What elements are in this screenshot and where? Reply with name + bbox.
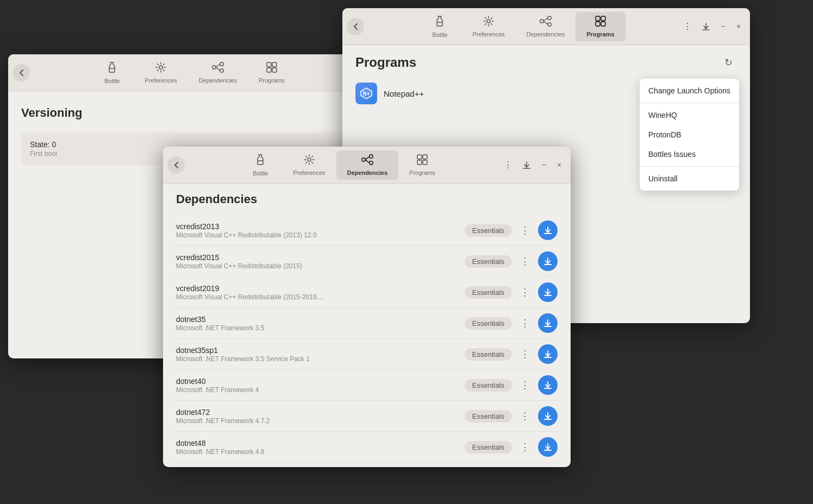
dep-desc-2: Microsoft Visual C++ Redistributable (20… (176, 293, 459, 301)
context-menu-item-protondb[interactable]: ProtonDB (640, 125, 739, 144)
dep-menu-button-4[interactable]: ⋮ (517, 346, 533, 362)
programs-icon-p (595, 16, 606, 29)
context-menu-item-uninstall[interactable]: Uninstall (640, 169, 739, 188)
tab-prefs-label-d: Preferences (293, 169, 325, 176)
dep-download-button-2[interactable] (538, 282, 558, 302)
dep-item: vcredist2019 Microsoft Visual C++ Redist… (176, 277, 558, 308)
dep-item: dotnet40 Microsoft .NET Framework 4 Esse… (176, 370, 558, 401)
dep-download-button-4[interactable] (538, 344, 558, 364)
tab-programs-label-p: Programs (586, 31, 614, 37)
dep-info-3: dotnet35 Microsoft .NET Framework 3.5 (176, 315, 459, 332)
dep-name-6: dotnet472 (176, 408, 459, 417)
programs-close-button[interactable]: × (731, 20, 746, 34)
context-menu-item-change-launch[interactable]: Change Launch Options (640, 81, 739, 100)
dep-download-button-1[interactable] (538, 251, 558, 271)
dep-desc-4: Microsoft .NET Framework 3.5 Service Pac… (176, 355, 459, 363)
dep-name-0: vcredist2013 (176, 222, 459, 231)
svg-rect-9 (267, 68, 271, 72)
programs-minimize-button[interactable]: − (716, 20, 730, 34)
tab-preferences-deps[interactable]: Preferences (282, 150, 336, 180)
tab-programs-deps[interactable]: Programs (398, 150, 446, 180)
dependencies-tabs: Bottle Preferences (187, 150, 498, 180)
dep-name-1: vcredist2015 (176, 253, 459, 262)
deps-close-button[interactable]: × (552, 158, 566, 172)
preferences-icon (155, 62, 166, 75)
window-dependencies: Bottle Preferences (163, 147, 571, 467)
context-menu-item-winehq[interactable]: WineHQ (640, 105, 739, 125)
svg-line-30 (365, 156, 370, 160)
svg-rect-27 (362, 158, 365, 161)
dep-badge-5: Essentials (465, 379, 512, 392)
programs-window-controls: − × (716, 20, 746, 34)
versioning-tabs: Bottle Preferences (32, 58, 354, 87)
svg-rect-13 (540, 20, 543, 23)
tab-prefs-label-p: Preferences (472, 31, 504, 37)
programs-more-button[interactable]: ⋮ (679, 18, 696, 35)
tab-preferences-versioning[interactable]: Preferences (134, 58, 187, 87)
svg-rect-3 (220, 62, 223, 66)
dep-download-button-0[interactable] (538, 220, 558, 240)
deps-content: Dependencies vcredist2013 Microsoft Visu… (163, 184, 571, 467)
notepadpp-icon: N+ (355, 83, 377, 104)
dep-desc-5: Microsoft .NET Framework 4 (176, 386, 459, 394)
dep-download-button-5[interactable] (538, 375, 558, 395)
tab-programs-versioning[interactable]: Programs (248, 58, 296, 87)
tab-preferences-programs[interactable]: Preferences (461, 12, 515, 41)
dependencies-toolbar: Bottle Preferences (163, 147, 571, 184)
dep-desc-3: Microsoft .NET Framework 3.5 (176, 324, 459, 332)
dep-item: dotnet35sp1 Microsoft .NET Framework 3.5… (176, 339, 558, 370)
dep-info-2: vcredist2019 Microsoft Visual C++ Redist… (176, 284, 459, 301)
dep-name-4: dotnet35sp1 (176, 346, 459, 355)
deps-minimize-button[interactable]: − (537, 158, 551, 172)
dep-download-button-7[interactable] (538, 437, 558, 457)
dep-badge-6: Essentials (465, 410, 512, 423)
tab-dependencies-active[interactable]: Dependencies (336, 150, 399, 180)
dep-menu-button-7[interactable]: ⋮ (517, 439, 533, 455)
context-menu-divider-2 (640, 166, 739, 167)
tab-dependencies-label: Dependencies (199, 77, 237, 84)
dep-info-7: dotnet48 Microsoft .NET Framework 4.8 (176, 439, 459, 456)
tab-dependencies-versioning[interactable]: Dependencies (188, 58, 248, 87)
deps-window-controls: − × (537, 158, 566, 172)
refresh-programs-button[interactable]: ↻ (720, 54, 737, 71)
dep-menu-button-0[interactable]: ⋮ (517, 223, 533, 238)
tab-programs-active[interactable]: Programs (576, 12, 625, 41)
programs-download-button[interactable] (698, 18, 714, 35)
dep-menu-button-2[interactable]: ⋮ (517, 285, 533, 300)
svg-rect-32 (417, 155, 422, 159)
dep-item: dotnet472 Microsoft .NET Framework 4.7.2… (176, 401, 558, 432)
deps-more-button[interactable]: ⋮ (500, 157, 516, 173)
versioning-back-button[interactable] (12, 64, 30, 81)
dep-menu-button-1[interactable]: ⋮ (517, 254, 533, 269)
dep-download-button-3[interactable] (538, 313, 558, 333)
deps-download-button[interactable] (518, 157, 535, 173)
context-menu-item-bottles-issues[interactable]: Bottles Issues (640, 144, 739, 164)
svg-line-17 (543, 21, 548, 24)
dep-desc-7: Microsoft .NET Framework 4.8 (176, 448, 459, 456)
state-description: First boot (30, 150, 57, 158)
dep-info-5: dotnet40 Microsoft .NET Framework 4 (176, 377, 459, 394)
svg-line-31 (365, 160, 370, 163)
dep-download-button-6[interactable] (538, 406, 558, 426)
svg-rect-18 (596, 16, 600, 21)
svg-rect-4 (220, 69, 223, 72)
tab-bottle-programs[interactable]: Bottle (418, 12, 461, 41)
tab-bottle-deps[interactable]: Bottle (239, 150, 282, 180)
tab-bottle-versioning[interactable]: Bottle (90, 58, 134, 87)
dep-menu-button-6[interactable]: ⋮ (517, 408, 533, 424)
dependencies-back-button[interactable] (167, 156, 185, 174)
bottle-icon-p (434, 15, 445, 30)
dep-menu-button-5[interactable]: ⋮ (517, 377, 533, 393)
dep-menu-button-3[interactable]: ⋮ (517, 316, 533, 331)
dep-desc-6: Microsoft .NET Framework 4.7.2 (176, 417, 459, 425)
dep-item: vcredist2015 Microsoft Visual C++ Redist… (176, 246, 558, 277)
programs-tabs: Bottle Preferences (366, 12, 677, 41)
deps-title: Dependencies (176, 192, 558, 206)
tab-dependencies-programs[interactable]: Dependencies (516, 12, 576, 41)
dep-info-0: vcredist2013 Microsoft Visual C++ Redist… (176, 222, 459, 239)
deps-toolbar-actions: ⋮ − × (500, 157, 566, 173)
svg-point-26 (308, 158, 311, 161)
dep-name-3: dotnet35 (176, 315, 459, 324)
programs-back-button[interactable] (347, 18, 364, 35)
tab-programs-label: Programs (259, 77, 285, 84)
